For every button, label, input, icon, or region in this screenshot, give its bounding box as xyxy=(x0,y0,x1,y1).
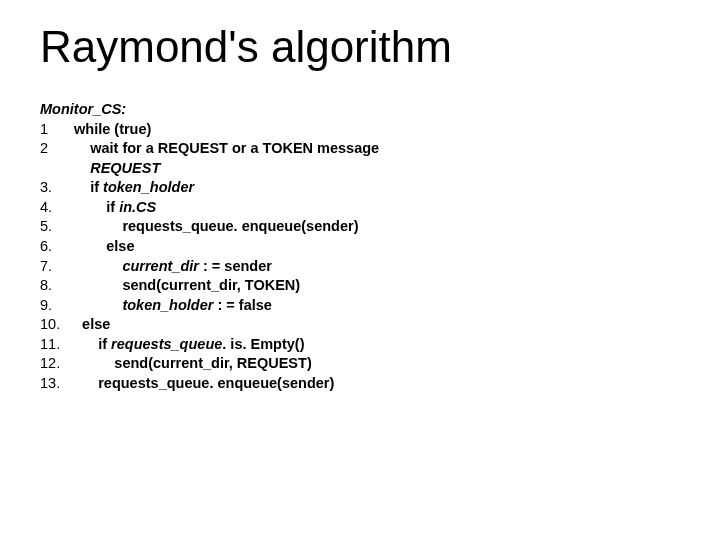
variable: token_holder xyxy=(122,297,213,313)
line-text: : = false xyxy=(213,297,271,313)
line-text: send(current_dir, REQUEST) xyxy=(114,355,311,371)
line-number: 3. xyxy=(40,178,70,198)
line-number: 2 xyxy=(40,139,70,159)
code-line: 7. current_dir : = sender xyxy=(40,257,680,277)
slide-title: Raymond's algorithm xyxy=(40,22,680,72)
keyword-if: if xyxy=(106,199,119,215)
code-line: 6. else xyxy=(40,237,680,257)
code-line: 5. requests_queue. enqueue(sender) xyxy=(40,217,680,237)
code-block: Monitor_CS: 1 while (true) 2 wait for a … xyxy=(40,100,680,393)
keyword-else: else xyxy=(106,238,134,254)
line-number: 10. xyxy=(40,315,70,335)
line-number: 7. xyxy=(40,257,70,277)
proc-name: Monitor_CS: xyxy=(40,101,126,117)
code-line: 11. if requests_queue. is. Empty() xyxy=(40,335,680,355)
line-number: 5. xyxy=(40,217,70,237)
line-text: requests_queue. enqueue(sender) xyxy=(98,375,334,391)
code-line: 3. if token_holder xyxy=(40,178,680,198)
keyword-else: else xyxy=(82,316,110,332)
variable: current_dir xyxy=(122,258,199,274)
line-text: wait for a REQUEST or a TOKEN message xyxy=(90,140,379,156)
line-number: 11. xyxy=(40,335,70,355)
code-line: 13. requests_queue. enqueue(sender) xyxy=(40,374,680,394)
code-line: 8. send(current_dir, TOKEN) xyxy=(40,276,680,296)
variable: token_holder xyxy=(103,179,194,195)
code-line: 12. send(current_dir, REQUEST) xyxy=(40,354,680,374)
line-text: send(current_dir, TOKEN) xyxy=(122,277,300,293)
code-line: 1 while (true) xyxy=(40,120,680,140)
proc-header: Monitor_CS: xyxy=(40,100,680,120)
keyword-if: if xyxy=(90,179,103,195)
code-line: REQUEST xyxy=(40,159,680,179)
line-text: while (true) xyxy=(74,121,151,137)
line-number: 12. xyxy=(40,354,70,374)
line-number: 9. xyxy=(40,296,70,316)
line-text: requests_queue. enqueue(sender) xyxy=(122,218,358,234)
line-number: 13. xyxy=(40,374,70,394)
variable: in.CS xyxy=(119,199,156,215)
slide: Raymond's algorithm Monitor_CS: 1 while … xyxy=(0,0,720,393)
variable: requests_queue xyxy=(111,336,222,352)
line-number: 1 xyxy=(40,120,70,140)
line-number: 6. xyxy=(40,237,70,257)
keyword-if: if xyxy=(98,336,111,352)
line-text: : = sender xyxy=(199,258,272,274)
line-text: . is. Empty() xyxy=(222,336,304,352)
code-line: 2 wait for a REQUEST or a TOKEN message xyxy=(40,139,680,159)
code-line: 9. token_holder : = false xyxy=(40,296,680,316)
line-number: 4. xyxy=(40,198,70,218)
line-number: 8. xyxy=(40,276,70,296)
line-text: REQUEST xyxy=(90,160,160,176)
code-line: 10. else xyxy=(40,315,680,335)
code-line: 4. if in.CS xyxy=(40,198,680,218)
